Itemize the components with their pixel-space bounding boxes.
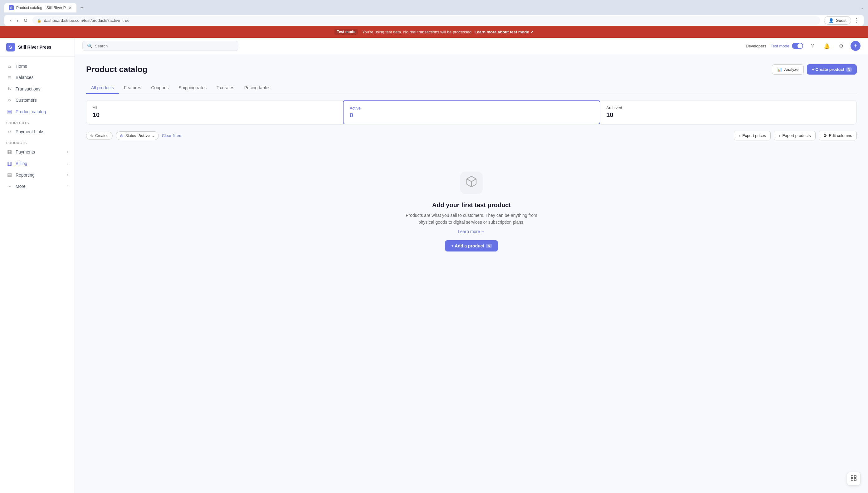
sidebar-item-home[interactable]: ⌂ Home	[0, 61, 74, 72]
product-tabs: All products Features Coupons Shipping r…	[86, 82, 857, 94]
balances-icon: ≡	[6, 74, 13, 80]
learn-more-link[interactable]: Learn more→	[458, 229, 485, 234]
sidebar-item-transactions[interactable]: ↻ Transactions	[0, 83, 74, 94]
browser-actions: 👤 Guest ⋮	[824, 16, 859, 25]
created-filter-chip[interactable]: ⊕ Created	[86, 132, 113, 140]
add-product-button[interactable]: + Add a product N	[445, 240, 498, 252]
tab-pricing-tables[interactable]: Pricing tables	[239, 82, 276, 94]
export-prices-button[interactable]: ↑ Export prices	[734, 131, 771, 141]
guest-button[interactable]: 👤 Guest	[824, 16, 851, 25]
sidebar: S Still River Press ⌂ Home ≡ Balances ↻ …	[0, 38, 75, 493]
settings-button[interactable]: ⚙	[836, 41, 846, 51]
tab-favicon: S	[9, 5, 14, 10]
active-tab[interactable]: S Product catalog – Still River P ✕	[4, 3, 77, 13]
reporting-icon: ▤	[6, 172, 13, 178]
home-icon: ⌂	[6, 63, 13, 69]
sidebar-brand: S Still River Press	[0, 38, 74, 57]
forward-button[interactable]: ›	[15, 17, 19, 25]
products-section-label: Products	[0, 137, 74, 146]
lock-icon: 🔒	[37, 18, 42, 23]
tab-close-icon[interactable]: ✕	[68, 5, 72, 10]
sidebar-item-more[interactable]: ··· More ›	[0, 181, 74, 192]
search-input[interactable]	[95, 44, 234, 48]
sidebar-item-payments[interactable]: ▦ Payments ›	[0, 146, 74, 157]
analyze-chart-icon: 📊	[777, 67, 782, 72]
svg-rect-1	[851, 475, 853, 477]
tab-tax-rates[interactable]: Tax rates	[212, 82, 239, 94]
payment-links-icon: ○	[6, 129, 13, 134]
sidebar-item-label: Balances	[16, 75, 34, 80]
edit-columns-button[interactable]: ⚙ Edit columns	[819, 131, 857, 141]
toggle-knob	[798, 43, 802, 48]
tab-coupons[interactable]: Coupons	[146, 82, 173, 94]
toggle-switch[interactable]	[792, 43, 803, 49]
sidebar-item-customers[interactable]: ○ Customers	[0, 94, 74, 106]
shortcuts-section-label: Shortcuts	[0, 117, 74, 126]
new-tab-button[interactable]: +	[78, 3, 86, 12]
widget-button[interactable]	[847, 472, 861, 486]
status-filter-chip[interactable]: ⊗ Status Active ⌄	[116, 131, 159, 140]
test-banner-message: You're using test data. No real transact…	[362, 30, 473, 34]
tab-all-products[interactable]: All products	[86, 82, 119, 94]
back-button[interactable]: ‹	[9, 17, 13, 25]
filter-card-all[interactable]: All 10	[86, 101, 343, 124]
empty-icon-wrapper	[460, 172, 483, 194]
filter-card-active[interactable]: Active 0	[343, 100, 601, 125]
app-layout: S Still River Press ⌂ Home ≡ Balances ↻ …	[0, 38, 868, 493]
refresh-button[interactable]: ↻	[22, 16, 29, 25]
empty-title: Add your first test product	[432, 201, 511, 209]
create-kbd: N	[846, 67, 852, 72]
transactions-icon: ↻	[6, 86, 13, 92]
tab-features[interactable]: Features	[119, 82, 146, 94]
bell-icon: 🔔	[824, 43, 830, 49]
chevron-down-icon: ›	[67, 184, 68, 189]
page-header: Product catalog 📊 Analyze + Create produ…	[86, 64, 857, 74]
learn-more-link[interactable]: Learn more about test mode ↗	[475, 30, 534, 34]
tab-shipping-rates[interactable]: Shipping rates	[173, 82, 212, 94]
test-mode-toggle-label: Test mode	[771, 44, 789, 48]
toolbar-right: ↑ Export prices ↑ Export products ⚙ Edit…	[734, 131, 857, 141]
page-actions: 📊 Analyze + Create product N	[772, 64, 857, 74]
create-product-button[interactable]: + Create product N	[807, 64, 857, 74]
sidebar-item-billing[interactable]: ▥ Billing ›	[0, 157, 74, 169]
sidebar-item-payment-links[interactable]: ○ Payment Links	[0, 126, 74, 137]
brand-icon: S	[6, 43, 15, 51]
sidebar-item-label: Billing	[16, 161, 27, 166]
analyze-button[interactable]: 📊 Analyze	[772, 64, 804, 74]
browser-nav: ‹ › ↻	[9, 16, 29, 25]
add-product-kbd: N	[486, 244, 492, 248]
chevron-down-icon: ›	[67, 150, 68, 154]
toolbar: ⊕ Created ⊗ Status Active ⌄ Clear filter…	[86, 131, 857, 141]
customers-icon: ○	[6, 98, 13, 103]
sidebar-item-label: Transactions	[16, 86, 41, 91]
billing-icon: ▥	[6, 160, 13, 166]
help-button[interactable]: ?	[807, 41, 818, 51]
sidebar-item-balances[interactable]: ≡ Balances	[0, 72, 74, 83]
filter-card-archived[interactable]: Archived 10	[600, 101, 856, 124]
sidebar-item-reporting[interactable]: ▤ Reporting ›	[0, 169, 74, 181]
product-catalog-icon: ▤	[6, 109, 13, 114]
help-icon: ?	[811, 43, 814, 49]
tab-expand-icon: ⌄	[860, 5, 864, 10]
plus-circle-icon: ⊕	[90, 133, 93, 138]
filter-card-active-count: 0	[350, 112, 594, 119]
export-prices-label: Export prices	[742, 133, 766, 138]
developers-link[interactable]: Developers	[746, 44, 766, 48]
sidebar-item-label: Customers	[16, 98, 37, 103]
create-label: + Create product	[812, 67, 844, 72]
test-mode-toggle[interactable]: Test mode	[771, 43, 803, 49]
browser-chrome: S Product catalog – Still River P ✕ + ⌄ …	[0, 0, 868, 26]
quick-add-button[interactable]: +	[850, 41, 861, 51]
url-bar[interactable]: 🔒 dashboard.stripe.com/test/products?act…	[32, 16, 821, 25]
sidebar-item-product-catalog[interactable]: ▤ Product catalog	[0, 106, 74, 117]
guest-label: Guest	[836, 18, 846, 23]
more-icon: ···	[6, 184, 13, 189]
notifications-button[interactable]: 🔔	[822, 41, 832, 51]
widget-icon	[850, 475, 857, 483]
browser-more-button[interactable]: ⋮	[854, 17, 859, 24]
clear-filters-button[interactable]: Clear filters	[162, 133, 182, 138]
page-title: Product catalog	[86, 65, 147, 74]
search-bar[interactable]: 🔍	[82, 41, 238, 51]
export-products-button[interactable]: ↑ Export products	[774, 131, 816, 141]
sidebar-item-label: Product catalog	[16, 109, 46, 114]
